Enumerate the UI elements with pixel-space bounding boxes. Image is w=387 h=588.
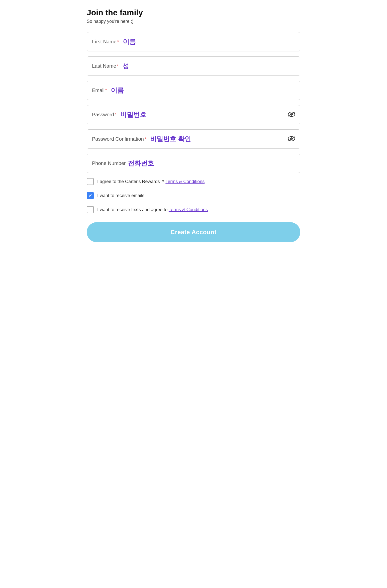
- password-label: Password: [92, 112, 114, 118]
- password-field: Password * 비밀번호: [87, 105, 300, 124]
- password-required: *: [115, 113, 116, 117]
- terms-rewards-checkbox[interactable]: [87, 178, 94, 185]
- receive-texts-checkbox[interactable]: [87, 206, 94, 213]
- receive-texts-row: I want to receive texts and agree to Ter…: [87, 206, 300, 213]
- last-name-label: Last Name: [92, 63, 116, 69]
- first-name-label: First Name: [92, 39, 117, 45]
- phone-number-field: Phone Number 전화번호: [87, 154, 300, 173]
- password-confirmation-value: 비밀번호 확인: [150, 135, 191, 143]
- phone-number-value: 전화번호: [128, 159, 154, 168]
- password-value: 비밀번호: [120, 110, 146, 119]
- receive-texts-label: I want to receive texts and agree to Ter…: [97, 207, 208, 212]
- phone-number-label: Phone Number: [92, 160, 126, 166]
- password-confirmation-label: Password Confirmation: [92, 136, 144, 142]
- email-value: 이름: [111, 86, 124, 95]
- last-name-field: Last Name * 성: [87, 56, 300, 76]
- svg-line-2: [288, 112, 295, 116]
- password-confirmation-field: Password Confirmation * 비밀번호 확인: [87, 129, 300, 149]
- terms-rewards-link[interactable]: Terms & Conditions: [165, 179, 205, 184]
- password-confirmation-required: *: [145, 137, 146, 141]
- page-subtitle: So happy you're here ;): [87, 19, 300, 24]
- first-name-required: *: [117, 40, 119, 44]
- receive-emails-label: I want to receive emails: [97, 193, 144, 198]
- password-confirmation-eye-icon[interactable]: [288, 136, 295, 143]
- last-name-value: 성: [123, 62, 129, 70]
- checkboxes-section: I agree to the Carter's Rewards™ Terms &…: [87, 178, 300, 213]
- receive-texts-link[interactable]: Terms & Conditions: [169, 207, 208, 212]
- last-name-required: *: [117, 64, 119, 68]
- first-name-field: First Name * 이름: [87, 32, 300, 51]
- terms-rewards-label: I agree to the Carter's Rewards™ Terms &…: [97, 179, 205, 184]
- create-account-button[interactable]: Create Account: [87, 222, 300, 242]
- terms-rewards-row: I agree to the Carter's Rewards™ Terms &…: [87, 178, 300, 185]
- receive-emails-row: I want to receive emails: [87, 192, 300, 199]
- first-name-value: 이름: [123, 37, 136, 46]
- page-title: Join the family: [87, 8, 300, 17]
- svg-line-5: [288, 137, 295, 141]
- password-eye-icon[interactable]: [288, 111, 295, 118]
- email-field: Email * 이름: [87, 81, 300, 100]
- email-required: *: [105, 88, 107, 93]
- email-label: Email: [92, 88, 105, 93]
- receive-emails-checkbox[interactable]: [87, 192, 94, 199]
